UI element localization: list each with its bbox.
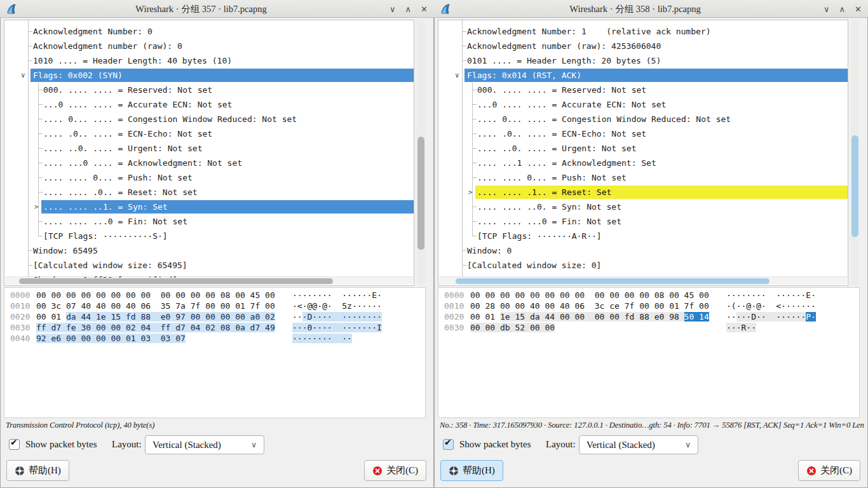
hex-row[interactable]: 0030ff d7 fe 30 00 00 02 04 ff d7 04 02 …: [4, 322, 425, 333]
tree-row[interactable]: .... ...0 .... = Acknowledgment: Not set: [4, 156, 414, 170]
tree-row-label: .... .... ...0 = Fin: Not set: [43, 214, 187, 229]
vertical-scrollbar[interactable]: [417, 20, 425, 286]
tree-row[interactable]: .... .... ..0. = Syn: Not set: [438, 200, 848, 214]
tree-row-label: .... .... ...0 = Fin: Not set: [477, 214, 621, 229]
tree-row[interactable]: >.... .... ..1. = Syn: Set: [4, 200, 414, 214]
tree-row[interactable]: ∨Flags: 0x002 (SYN): [4, 68, 414, 83]
hex-offset: 0010: [444, 301, 464, 311]
collapse-arrow-icon[interactable]: ∨: [455, 68, 459, 83]
tree-row[interactable]: .... .... 0... = Push: Not set: [4, 170, 414, 185]
tree-row[interactable]: .... .0.. .... = ECN-Echo: Not set: [4, 126, 414, 141]
layout-dropdown[interactable]: Vertical (Stacked) ∨: [145, 435, 264, 454]
hex-bytes[interactable]: 00 01 da 44 1e 15 fd 88 e0 97 00 00 00 0…: [36, 311, 275, 322]
tree-row[interactable]: Acknowledgment number (raw): 4253606040: [438, 39, 848, 53]
tree-row[interactable]: Acknowledgment Number: 0: [4, 24, 414, 39]
scrollbar-thumb[interactable]: [851, 135, 858, 237]
tree-row[interactable]: .... 0... .... = Congestion Window Reduc…: [438, 112, 848, 126]
maximize-button[interactable]: ∧: [405, 4, 412, 14]
hex-ascii[interactable]: ···R··: [726, 322, 756, 333]
packet-bytes-pane[interactable]: 000000 00 00 00 00 00 00 00 00 00 00 00 …: [438, 287, 860, 418]
tree-branch-tick: [472, 163, 477, 163]
packet-bytes-pane[interactable]: 000000 00 00 00 00 00 00 00 00 00 00 00 …: [4, 287, 426, 418]
hex-bytes[interactable]: 00 00 00 00 00 00 00 00 00 00 00 00 08 0…: [36, 290, 275, 301]
hex-bytes[interactable]: 00 00 00 00 00 00 00 00 00 00 00 00 08 0…: [470, 290, 709, 301]
packet-detail-pane[interactable]: Acknowledgment Number: 0Acknowledgment n…: [4, 20, 414, 286]
tree-row[interactable]: .... ...1 .... = Acknowledgment: Set: [438, 156, 848, 170]
expand-arrow-icon[interactable]: >: [468, 185, 473, 200]
tree-row[interactable]: .... ..0. .... = Urgent: Not set: [4, 141, 414, 156]
tree-row-label: [TCP Flags: ·······A·R··]: [477, 229, 602, 243]
tree-row[interactable]: .... .... ...0 = Fin: Not set: [4, 214, 414, 229]
hex-bytes[interactable]: 00 28 00 00 40 00 40 06 3c ce 7f 00 00 0…: [470, 301, 709, 311]
hex-ascii[interactable]: ···D···· ········: [292, 311, 382, 322]
tree-branch-tick: [38, 104, 43, 105]
tree-row[interactable]: Window: 0: [438, 243, 848, 258]
help-button[interactable]: 帮助(H): [6, 460, 69, 481]
hex-row[interactable]: 002000 01 1e 15 da 44 00 00 00 00 fd 88 …: [438, 311, 859, 322]
hex-row[interactable]: 000000 00 00 00 00 00 00 00 00 00 00 00 …: [4, 290, 425, 301]
tree-row[interactable]: .... .... .0.. = Reset: Not set: [4, 185, 414, 200]
tree-row[interactable]: ...0 .... .... = Accurate ECN: Not set: [4, 97, 414, 112]
tree-row[interactable]: Window: 65495: [4, 243, 414, 258]
tree-row[interactable]: >.... .... .1.. = Reset: Set: [438, 185, 848, 200]
tree-row[interactable]: [Calculated window size: 0]: [438, 258, 848, 273]
close-window-button[interactable]: ✕: [855, 4, 862, 14]
minimize-button[interactable]: ∨: [824, 4, 830, 14]
tree-row-label: Acknowledgment Number: 1 (relative ack n…: [467, 24, 711, 39]
tree-row[interactable]: 1010 .... = Header Length: 40 bytes (10): [4, 53, 414, 68]
hex-ascii[interactable]: ········ ··: [292, 333, 352, 344]
tree-row[interactable]: .... 0... .... = Congestion Window Reduc…: [4, 112, 414, 126]
hex-bytes[interactable]: 00 01 1e 15 da 44 00 00 00 00 fd 88 e0 9…: [470, 311, 709, 322]
show-packet-bytes-checkbox[interactable]: ✔: [9, 439, 20, 450]
hex-ascii[interactable]: ···0···· ·······I: [292, 322, 382, 333]
hex-row[interactable]: 000000 00 00 00 00 00 00 00 00 00 00 00 …: [438, 290, 859, 301]
expand-arrow-icon[interactable]: >: [34, 200, 39, 214]
hex-bytes[interactable]: ff d7 fe 30 00 00 02 04 ff d7 04 02 08 0…: [36, 322, 275, 333]
maximize-button[interactable]: ∧: [839, 4, 846, 14]
hex-bytes[interactable]: 00 00 db 52 00 00: [470, 322, 555, 333]
tree-row[interactable]: .... .... ...0 = Fin: Not set: [438, 214, 848, 229]
hex-row[interactable]: 002000 01 da 44 1e 15 fd 88 e0 97 00 00 …: [4, 311, 425, 322]
hex-bytes[interactable]: 00 3c 07 40 40 00 40 06 35 7a 7f 00 00 0…: [36, 301, 275, 311]
scrollbar-thumb[interactable]: [456, 278, 770, 284]
hex-bytes[interactable]: 92 e6 00 00 00 00 01 03 03 07: [36, 333, 186, 344]
hex-ascii[interactable]: ········ ······E·: [726, 290, 816, 301]
hex-ascii[interactable]: ········ ······E·: [292, 290, 382, 301]
hex-row[interactable]: 001000 3c 07 40 40 00 40 06 35 7a 7f 00 …: [4, 301, 425, 311]
hex-row[interactable]: 003000 00 db 52 00 00···R··: [438, 322, 859, 333]
hex-row[interactable]: 004092 e6 00 00 00 00 01 03 03 07·······…: [4, 333, 425, 344]
tree-row[interactable]: ∨Flags: 0x014 (RST, ACK): [438, 68, 848, 83]
titlebar[interactable]: Wireshark · 分组 357 · lib7.pcapng ∨ ∧ ✕: [0, 0, 434, 18]
hex-row[interactable]: 001000 28 00 00 40 00 40 06 3c ce 7f 00 …: [438, 301, 859, 311]
horizontal-scrollbar[interactable]: [439, 276, 847, 285]
help-button[interactable]: 帮助(H): [440, 460, 503, 481]
hex-ascii[interactable]: ·····D·· ······P·: [726, 311, 816, 322]
close-window-button[interactable]: ✕: [421, 4, 428, 14]
show-packet-bytes-checkbox[interactable]: ✔: [443, 439, 454, 450]
vertical-scrollbar[interactable]: [851, 20, 859, 286]
tree-row[interactable]: 0101 .... = Header Length: 20 bytes (5): [438, 53, 848, 68]
tree-row[interactable]: ...0 .... .... = Accurate ECN: Not set: [438, 97, 848, 112]
tree-row[interactable]: .... .0.. .... = ECN-Echo: Not set: [438, 126, 848, 141]
packet-detail-pane[interactable]: Acknowledgment Number: 1 (relative ack n…: [438, 20, 848, 286]
titlebar[interactable]: Wireshark · 分组 358 · lib7.pcapng ∨ ∧ ✕: [434, 0, 868, 18]
close-button[interactable]: 关闭(C): [798, 460, 860, 481]
close-button[interactable]: 关闭(C): [364, 460, 426, 481]
tree-row[interactable]: .... .... 0... = Push: Not set: [438, 170, 848, 185]
tree-row[interactable]: [TCP Flags: ··········S·]: [4, 229, 414, 243]
tree-row[interactable]: [TCP Flags: ·······A·R··]: [438, 229, 848, 243]
layout-dropdown[interactable]: Vertical (Stacked) ∨: [579, 435, 698, 454]
tree-row[interactable]: [Calculated window size: 65495]: [4, 258, 414, 273]
tree-row[interactable]: Acknowledgment number (raw): 0: [4, 39, 414, 53]
scrollbar-thumb[interactable]: [417, 137, 424, 250]
tree-row[interactable]: Checksum: 0xff30 [unverified]: [4, 273, 414, 278]
scrollbar-thumb[interactable]: [19, 278, 333, 284]
tree-row[interactable]: Acknowledgment Number: 1 (relative ack n…: [438, 24, 848, 39]
tree-row[interactable]: 000. .... .... = Reserved: Not set: [438, 83, 848, 97]
minimize-button[interactable]: ∨: [390, 4, 396, 14]
tree-row[interactable]: .... ..0. .... = Urgent: Not set: [438, 141, 848, 156]
hex-ascii[interactable]: ·(··@·@· <·······: [726, 301, 816, 311]
hex-ascii[interactable]: ·<·@@·@· 5z······: [292, 301, 382, 311]
tree-row[interactable]: 000. .... .... = Reserved: Not set: [4, 83, 414, 97]
collapse-arrow-icon[interactable]: ∨: [21, 68, 25, 83]
